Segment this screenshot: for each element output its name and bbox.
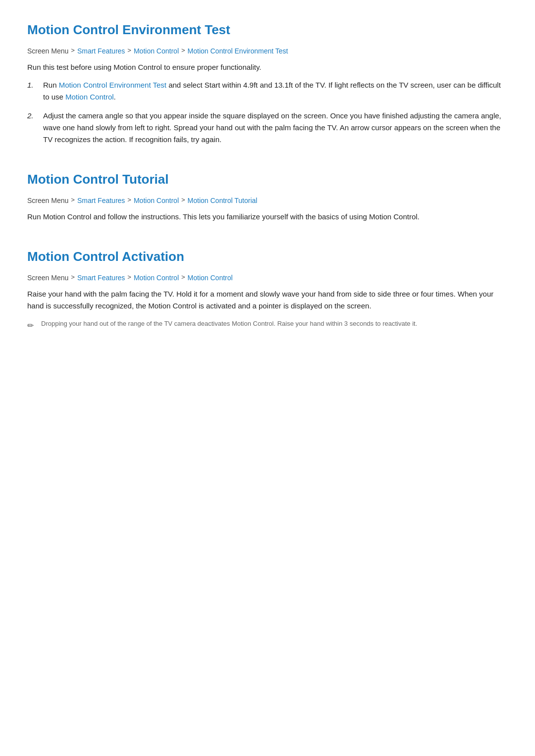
list-item: 1. Run Motion Control Environment Test a… [27,79,508,103]
breadcrumb2-sep3: > [181,195,185,205]
section3-note: ✏ Dropping your hand out of the range of… [27,319,508,332]
list-number-2: 2. [27,110,38,146]
breadcrumb2-smart-features[interactable]: Smart Features [77,195,125,206]
breadcrumb2-motion-control[interactable]: Motion Control [134,195,179,206]
breadcrumb3-screen-menu: Screen Menu [27,272,68,283]
section3-breadcrumb: Screen Menu > Smart Features > Motion Co… [27,272,508,283]
link-motion-control-1[interactable]: Motion Control [65,93,114,101]
breadcrumb2-current[interactable]: Motion Control Tutorial [188,195,258,206]
list-item-2-text: Adjust the camera angle so that you appe… [43,110,508,146]
section-environment-test: Motion Control Environment Test Screen M… [27,20,508,146]
breadcrumb1-motion-control[interactable]: Motion Control [134,46,179,56]
pencil-icon: ✏ [27,319,36,332]
breadcrumb3-motion-control[interactable]: Motion Control [134,272,179,283]
breadcrumb1-screen-menu: Screen Menu [27,46,68,56]
section3-description: Raise your hand with the palm facing the… [27,288,508,312]
breadcrumb3-current[interactable]: Motion Control [188,272,233,283]
breadcrumb1-sep2: > [127,46,131,56]
breadcrumb1-sep1: > [71,46,75,56]
breadcrumb3-sep2: > [127,272,131,283]
list-item-1-text: Run Motion Control Environment Test and … [43,79,508,103]
list-number-1: 1. [27,79,38,103]
breadcrumb3-sep1: > [71,272,75,283]
breadcrumb2-sep1: > [71,195,75,205]
link-environment-test[interactable]: Motion Control Environment Test [59,81,166,89]
breadcrumb1-smart-features[interactable]: Smart Features [77,46,125,56]
section1-title: Motion Control Environment Test [27,20,508,41]
section2-description: Run Motion Control and follow the instru… [27,211,508,223]
breadcrumb3-sep3: > [181,272,185,283]
breadcrumb2-screen-menu: Screen Menu [27,195,68,206]
section3-note-text: Dropping your hand out of the range of t… [41,319,417,329]
section2-breadcrumb: Screen Menu > Smart Features > Motion Co… [27,195,508,206]
breadcrumb3-smart-features[interactable]: Smart Features [77,272,125,283]
section2-title: Motion Control Tutorial [27,169,508,190]
breadcrumb1-current[interactable]: Motion Control Environment Test [188,46,288,56]
section1-breadcrumb: Screen Menu > Smart Features > Motion Co… [27,46,508,56]
section1-list: 1. Run Motion Control Environment Test a… [27,79,508,146]
list-item: 2. Adjust the camera angle so that you a… [27,110,508,146]
section1-description: Run this test before using Motion Contro… [27,61,508,73]
breadcrumb2-sep2: > [127,195,131,205]
section3-title: Motion Control Activation [27,247,508,267]
breadcrumb1-sep3: > [181,46,185,56]
section-tutorial: Motion Control Tutorial Screen Menu > Sm… [27,169,508,223]
section-activation: Motion Control Activation Screen Menu > … [27,247,508,332]
